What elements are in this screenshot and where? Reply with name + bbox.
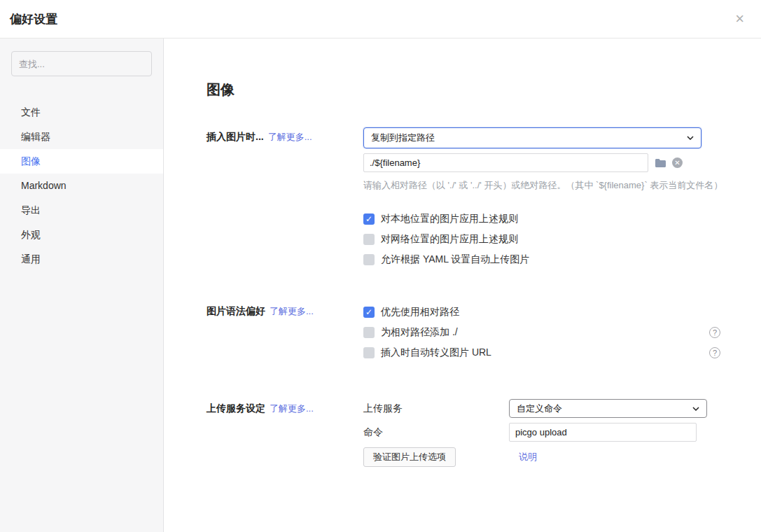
validate-upload-button[interactable]: 验证图片上传选项 (363, 447, 456, 467)
upload-service-section: 上传服务设定了解更多... 上传服务 自定义命令 命令 (207, 399, 761, 467)
escape-url-label: 插入时自动转义图片 URL (381, 346, 491, 359)
apply-web-images-label: 对网络位置的图片应用上述规则 (381, 233, 518, 246)
sidebar-item-file[interactable]: 文件 (0, 100, 163, 125)
sidebar-item-export[interactable]: 导出 (0, 198, 163, 223)
upload-service-label: 上传服务 (363, 402, 509, 415)
command-row: 命令 (363, 423, 761, 442)
window-title: 偏好设置 (10, 11, 57, 27)
escape-url-checkbox[interactable] (363, 347, 375, 358)
sidebar-item-appearance[interactable]: 外观 (0, 223, 163, 247)
command-input[interactable] (509, 423, 697, 442)
folder-icon[interactable] (655, 158, 666, 168)
instructions-link[interactable]: 说明 (519, 451, 537, 463)
add-dot-slash-label: 为相对路径添加 ./ (381, 326, 458, 339)
page-title: 图像 (207, 80, 761, 99)
insert-action-select[interactable]: 复制到指定路径 (363, 127, 701, 148)
apply-web-images-row: 对网络位置的图片应用上述规则 (363, 229, 720, 249)
close-icon[interactable]: × (735, 11, 744, 27)
apply-local-images-label: 对本地位置的图片应用上述规则 (381, 213, 518, 225)
titlebar: 偏好设置 × (0, 0, 761, 38)
sidebar-item-editor[interactable]: 编辑器 (0, 125, 163, 149)
yaml-auto-upload-checkbox[interactable] (363, 254, 375, 265)
insert-section-label: 插入图片时... (207, 131, 264, 142)
search-box[interactable] (11, 51, 152, 76)
sidebar-item-markdown[interactable]: Markdown (0, 174, 163, 198)
yaml-auto-upload-row: 允许根据 YAML 设置自动上传图片 (363, 249, 720, 270)
insert-image-section: 插入图片时...了解更多... 复制到指定路径 ✕ 请输入相对路径（以 './ (207, 127, 761, 270)
prefer-relative-path-label: 优先使用相对路径 (381, 306, 459, 318)
add-dot-slash-row: 为相对路径添加 ./ ? (363, 322, 720, 342)
chevron-down-icon (687, 136, 694, 140)
command-label: 命令 (363, 426, 509, 439)
help-icon[interactable]: ? (709, 347, 720, 358)
add-dot-slash-checkbox[interactable] (363, 327, 375, 338)
escape-url-row: 插入时自动转义图片 URL ? (363, 342, 720, 363)
sidebar-item-image[interactable]: 图像 (0, 149, 163, 174)
main-panel: 图像 插入图片时...了解更多... 复制到指定路径 ✕ (164, 38, 761, 532)
prefer-relative-path-row: 优先使用相对路径 (363, 302, 720, 322)
help-icon[interactable]: ? (709, 327, 720, 338)
path-hint-text: 请输入相对路径（以 './' 或 '../' 开头）或绝对路径。（其中 `${f… (363, 179, 761, 192)
insert-learn-more-link[interactable]: 了解更多... (268, 132, 312, 142)
upload-service-row: 上传服务 自定义命令 (363, 399, 761, 418)
syntax-learn-more-link[interactable]: 了解更多... (270, 306, 314, 316)
upload-section-label: 上传服务设定 (207, 402, 265, 414)
clear-input-icon[interactable]: ✕ (672, 158, 683, 168)
image-syntax-section: 图片语法偏好了解更多... 优先使用相对路径 为相对路径添加 ./ ? 插入时自… (207, 302, 761, 363)
yaml-auto-upload-label: 允许根据 YAML 设置自动上传图片 (381, 253, 529, 266)
apply-local-images-checkbox[interactable] (363, 214, 375, 225)
sidebar-item-general[interactable]: 通用 (0, 247, 163, 272)
upload-service-select[interactable]: 自定义命令 (509, 399, 707, 418)
chevron-down-icon (692, 407, 699, 411)
syntax-section-label: 图片语法偏好 (207, 305, 265, 316)
upload-service-selected-value: 自定义命令 (517, 402, 562, 415)
prefer-relative-path-checkbox[interactable] (363, 307, 375, 318)
apply-web-images-checkbox[interactable] (363, 234, 375, 245)
apply-local-images-row: 对本地位置的图片应用上述规则 (363, 209, 720, 229)
validate-row: 验证图片上传选项 说明 (363, 447, 761, 467)
upload-learn-more-link[interactable]: 了解更多... (270, 403, 314, 414)
sidebar: 文件 编辑器 图像 Markdown 导出 外观 通用 (0, 38, 164, 532)
insert-action-selected-value: 复制到指定路径 (371, 132, 435, 144)
copy-path-input[interactable] (363, 153, 648, 172)
search-input[interactable] (19, 59, 144, 69)
